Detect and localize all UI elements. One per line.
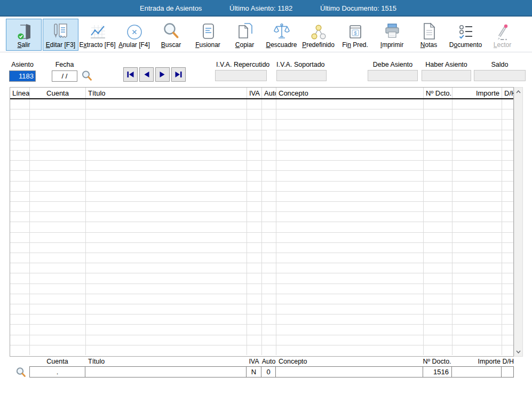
scroll-down-icon[interactable] (514, 348, 522, 356)
table-cell (247, 151, 262, 160)
fecha-label: Fecha (52, 61, 77, 68)
table-row[interactable] (10, 130, 513, 140)
toolbar-button-extracto[interactable]: Extracto [F6] (80, 19, 115, 51)
table-row[interactable] (10, 192, 513, 202)
table-cell (86, 130, 247, 140)
nav-first-button[interactable] (123, 67, 138, 82)
table-row[interactable] (10, 109, 513, 120)
table-row[interactable] (10, 182, 513, 192)
table-cell (30, 273, 86, 283)
table-cell (424, 120, 452, 129)
table-row[interactable] (10, 263, 513, 273)
column-header-8: Importe (452, 88, 502, 98)
table-row[interactable] (10, 294, 513, 304)
table-cell (452, 304, 502, 314)
table-cell (262, 222, 276, 232)
table-cell (502, 120, 514, 129)
asiento-input[interactable]: 1183 (9, 70, 36, 82)
table-cell (30, 130, 86, 140)
search-asiento-icon[interactable] (81, 70, 93, 83)
table-row[interactable] (10, 99, 513, 109)
table-cell (10, 222, 30, 232)
table-row[interactable] (10, 151, 513, 161)
toolbar-button-label: Copiar (235, 41, 254, 49)
titulo-input[interactable] (85, 366, 247, 377)
cuenta-input[interactable]: . (29, 366, 85, 377)
toolbar-button-label: Buscar (161, 41, 181, 49)
table-cell (424, 171, 452, 180)
table-cell (452, 212, 502, 222)
table-cell (452, 325, 502, 334)
toolbar-button-salir[interactable]: Salir (6, 19, 42, 51)
table-cell (502, 304, 514, 314)
table-row[interactable] (10, 325, 513, 335)
toolbar-button-notas[interactable]: Notas (411, 19, 447, 51)
iva-input[interactable]: N (246, 366, 261, 377)
toolbar-button-fusionar[interactable]: Fusionar (190, 19, 226, 51)
haber-asiento-label: Haber Asiento (422, 61, 471, 68)
table-cell (247, 109, 262, 119)
dh-input[interactable] (501, 366, 514, 377)
table-cell (30, 192, 86, 201)
table-cell (502, 192, 514, 201)
table-row[interactable] (10, 335, 513, 345)
table-cell (502, 202, 514, 211)
table-cell (276, 161, 424, 170)
auto-input[interactable]: 0 (261, 366, 276, 377)
toolbar-button-fin-pred[interactable]: $Fin Pred. (337, 19, 373, 51)
table-row[interactable] (10, 212, 513, 222)
table-cell (30, 294, 86, 304)
toolbar-button-label: Fusionar (195, 41, 220, 49)
toolbar-button-label: Descuadre (266, 41, 297, 49)
importe-input[interactable] (451, 366, 502, 377)
table-row[interactable] (10, 345, 513, 355)
table-row[interactable] (10, 284, 513, 294)
table-row[interactable] (10, 253, 513, 263)
table-row[interactable] (10, 222, 513, 232)
table-cell (30, 314, 86, 324)
table-scrollbar[interactable] (514, 87, 523, 357)
table-cell (30, 304, 86, 314)
table-row[interactable] (10, 314, 513, 325)
concepto-input[interactable] (275, 366, 423, 377)
toolbar-button-predefinido[interactable]: Predefinido (300, 19, 336, 51)
toolbar-button-documento[interactable]: Documento (448, 19, 483, 51)
table-cell (452, 182, 502, 191)
table-cell (276, 99, 424, 109)
table-row[interactable] (10, 243, 513, 253)
entry-iva-label: IVA (247, 358, 261, 365)
toolbar-button-imprimir[interactable]: Imprimir (374, 19, 410, 51)
toolbar-button-buscar[interactable]: Buscar (153, 19, 189, 51)
table-row[interactable] (10, 171, 513, 181)
table-cell (276, 233, 424, 242)
table-cell (10, 120, 30, 129)
nav-previous-button[interactable] (139, 67, 154, 82)
table-cell (86, 212, 247, 222)
table-cell (276, 263, 424, 273)
search-cuenta-icon[interactable] (15, 367, 27, 380)
num-docto-input[interactable]: 1516 (423, 366, 452, 377)
table-row[interactable] (10, 161, 513, 171)
table-cell (247, 202, 262, 211)
entry-titulo-label: Título (88, 358, 105, 365)
table-row[interactable] (10, 120, 513, 130)
toolbar-button-label: Lector (494, 41, 511, 49)
table-cell (86, 294, 247, 304)
table-row[interactable] (10, 202, 513, 212)
toolbar-button-anular[interactable]: Anular [F4] (116, 19, 152, 51)
table-row[interactable] (10, 304, 513, 314)
toolbar-button-editar[interactable]: Editar [F3] (43, 19, 78, 51)
table-cell (262, 284, 276, 294)
nav-last-button[interactable] (171, 67, 186, 82)
toolbar-button-copiar[interactable]: Copiar (227, 19, 263, 51)
fecha-input[interactable]: / / (52, 70, 77, 82)
nav-next-button[interactable] (155, 67, 170, 82)
table-cell (262, 202, 276, 211)
scroll-up-icon[interactable] (514, 88, 522, 96)
table-row[interactable] (10, 140, 513, 151)
table-cell (247, 304, 262, 314)
table-cell (502, 140, 514, 150)
table-row[interactable] (10, 233, 513, 243)
toolbar-button-descuadre[interactable]: Descuadre (264, 19, 299, 51)
table-row[interactable] (10, 273, 513, 284)
